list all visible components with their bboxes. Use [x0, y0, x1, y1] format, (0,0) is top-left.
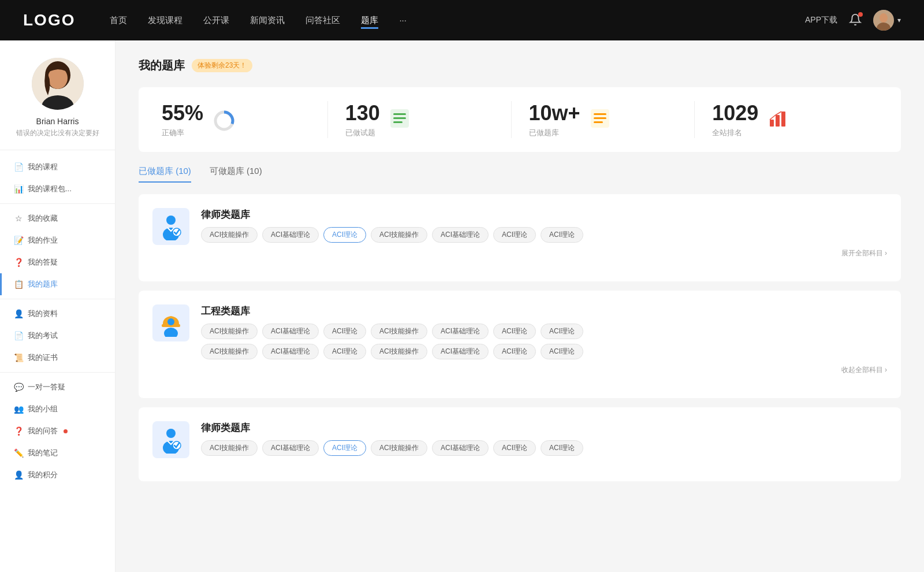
- tag[interactable]: ACI理论: [493, 227, 536, 243]
- nav-item-news[interactable]: 新闻资讯: [250, 15, 285, 26]
- sidebar-item-my-profile[interactable]: 👤 我的资料: [0, 303, 115, 325]
- tag[interactable]: ACI技能操作: [201, 440, 258, 456]
- sidebar-menu: 📄 我的课程 📊 我的课程包... ☆ 我的收藏 📝 我的作业 ❓ 我的答疑 �: [0, 156, 115, 486]
- tag[interactable]: ACI理论: [541, 324, 583, 339]
- sidebar-item-my-course[interactable]: 📄 我的课程: [0, 156, 115, 178]
- tag[interactable]: ACI理论: [541, 344, 583, 359]
- lawyer2-icon-wrap: [152, 421, 189, 458]
- nav-item-bank[interactable]: 题库: [361, 15, 378, 26]
- tag[interactable]: ACI基础理论: [432, 227, 489, 243]
- tag[interactable]: ACI基础理论: [432, 324, 489, 339]
- collapse-link[interactable]: 收起全部科目 ›: [201, 365, 887, 375]
- stat-number: 10w+: [529, 101, 580, 125]
- divider: [0, 372, 115, 373]
- tag[interactable]: ACI技能操作: [371, 440, 427, 456]
- tag[interactable]: ACI基础理论: [262, 344, 319, 359]
- sidebar-item-my-bank[interactable]: 📋 我的题库: [0, 273, 115, 295]
- navbar-right: APP下载 ▾: [805, 10, 901, 31]
- qbank-header: 工程类题库 ACI技能操作 ACI基础理论 ACI理论 ACI技能操作 ACI基…: [152, 304, 887, 375]
- sidebar-label: 我的题库: [28, 279, 58, 289]
- sidebar-item-my-group[interactable]: 👥 我的小组: [0, 398, 115, 420]
- navbar: LOGO 首页 发现课程 公开课 新闻资讯 问答社区 题库 ··· APP下载: [0, 0, 924, 40]
- tag[interactable]: ACI技能操作: [201, 324, 258, 339]
- qbank-card-lawyer2: 律师类题库 ACI技能操作 ACI基础理论 ACI理论 ACI技能操作 ACI基…: [139, 407, 901, 481]
- sidebar-label: 我的课程包...: [28, 184, 72, 194]
- stat-done-questions: 130 已做试题: [328, 101, 512, 138]
- tag[interactable]: ACI理论: [323, 324, 366, 339]
- sidebar-label: 我的考试: [28, 330, 58, 341]
- nav-item-qa[interactable]: 问答社区: [305, 15, 340, 26]
- bell-icon[interactable]: [849, 13, 862, 28]
- sidebar-item-my-cert[interactable]: 📜 我的证书: [0, 347, 115, 369]
- sidebar-item-my-homework[interactable]: 📝 我的作业: [0, 229, 115, 251]
- sidebar-item-my-exam[interactable]: 📄 我的考试: [0, 325, 115, 347]
- tag[interactable]: ACI基础理论: [432, 440, 489, 456]
- tag-active[interactable]: ACI理论: [323, 227, 366, 243]
- tab-available-banks[interactable]: 可做题库 (10): [210, 166, 262, 183]
- user-avatar-wrapper[interactable]: ▾: [873, 10, 901, 31]
- tag[interactable]: ACI技能操作: [201, 227, 258, 243]
- chevron-down-icon: ▾: [897, 16, 901, 24]
- nav-item-more[interactable]: ···: [399, 15, 407, 26]
- stat-label: 全站排名: [712, 128, 758, 138]
- sidebar-profile: Brian Harris 错误的决定比没有决定要好: [0, 58, 115, 150]
- stat-value-banks: 10w+ 已做题库: [529, 101, 580, 138]
- qbank-info: 工程类题库 ACI技能操作 ACI基础理论 ACI理论 ACI技能操作 ACI基…: [201, 304, 887, 375]
- tag[interactable]: ACI理论: [541, 227, 583, 243]
- tag[interactable]: ACI理论: [541, 440, 583, 456]
- sidebar-label: 我的答疑: [28, 257, 58, 268]
- sidebar-label: 我的资料: [28, 309, 58, 319]
- expand-link[interactable]: 展开全部科目 ›: [201, 248, 887, 258]
- points-icon: 👤: [14, 470, 23, 480]
- sidebar-label: 我的证书: [28, 352, 58, 363]
- bank-icon: 📋: [14, 280, 23, 289]
- notification-dot: [64, 429, 68, 433]
- list2-icon: [590, 108, 613, 131]
- sidebar-item-my-notes[interactable]: ✏️ 我的笔记: [0, 442, 115, 464]
- main-layout: Brian Harris 错误的决定比没有决定要好 📄 我的课程 📊 我的课程包…: [0, 40, 924, 572]
- sidebar-label: 我的笔记: [28, 448, 58, 458]
- app-download[interactable]: APP下载: [805, 15, 837, 25]
- sidebar-item-one-on-one[interactable]: 💬 一对一答疑: [0, 376, 115, 398]
- tag-active[interactable]: ACI理论: [323, 440, 366, 456]
- lawyer-icon-wrap: [152, 208, 189, 245]
- tag[interactable]: ACI理论: [323, 344, 366, 359]
- tag[interactable]: ACI理论: [493, 344, 536, 359]
- nav-item-open[interactable]: 公开课: [203, 15, 229, 26]
- sidebar-item-my-favorite[interactable]: ☆ 我的收藏: [0, 207, 115, 229]
- tags-row: ACI技能操作 ACI基础理论 ACI理论 ACI技能操作 ACI基础理论 AC…: [201, 227, 887, 243]
- tag[interactable]: ACI基础理论: [262, 440, 319, 456]
- sidebar-item-my-points[interactable]: 👤 我的积分: [0, 464, 115, 486]
- svg-rect-18: [770, 120, 774, 127]
- sidebar-item-my-course-pack[interactable]: 📊 我的课程包...: [0, 178, 115, 200]
- tag[interactable]: ACI基础理论: [262, 227, 319, 243]
- tag[interactable]: ACI理论: [493, 440, 536, 456]
- tag[interactable]: ACI技能操作: [371, 344, 427, 359]
- svg-point-1: [880, 13, 888, 23]
- tag[interactable]: ACI技能操作: [371, 324, 427, 339]
- tag[interactable]: ACI理论: [493, 324, 536, 339]
- chat-icon: 💬: [14, 382, 23, 392]
- tag[interactable]: ACI技能操作: [201, 344, 258, 359]
- sidebar-item-my-questions[interactable]: ❓ 我的问答: [0, 420, 115, 442]
- sidebar-item-my-qa[interactable]: ❓ 我的答疑: [0, 251, 115, 273]
- stat-number: 55%: [162, 101, 203, 125]
- qbank-info: 律师类题库 ACI技能操作 ACI基础理论 ACI理论 ACI技能操作 ACI基…: [201, 208, 887, 258]
- page-header: 我的题库 体验剩余23天！: [139, 58, 901, 73]
- svg-rect-13: [393, 121, 403, 123]
- tab-done-banks[interactable]: 已做题库 (10): [139, 166, 191, 183]
- page-title: 我的题库: [139, 58, 185, 73]
- svg-rect-15: [594, 113, 606, 115]
- sidebar-label: 我的课程: [28, 162, 58, 172]
- tag[interactable]: ACI基础理论: [432, 344, 489, 359]
- nav-item-home[interactable]: 首页: [110, 15, 127, 26]
- profile-avatar: [32, 58, 84, 110]
- svg-point-26: [164, 328, 178, 337]
- tabs-row: 已做题库 (10) 可做题库 (10): [139, 166, 901, 183]
- tag[interactable]: ACI技能操作: [371, 227, 427, 243]
- divider: [0, 203, 115, 204]
- sidebar-label: 我的收藏: [28, 213, 58, 224]
- bar-chart-icon: 📊: [14, 184, 23, 194]
- nav-item-discover[interactable]: 发现课程: [148, 15, 182, 26]
- tag[interactable]: ACI基础理论: [262, 324, 319, 339]
